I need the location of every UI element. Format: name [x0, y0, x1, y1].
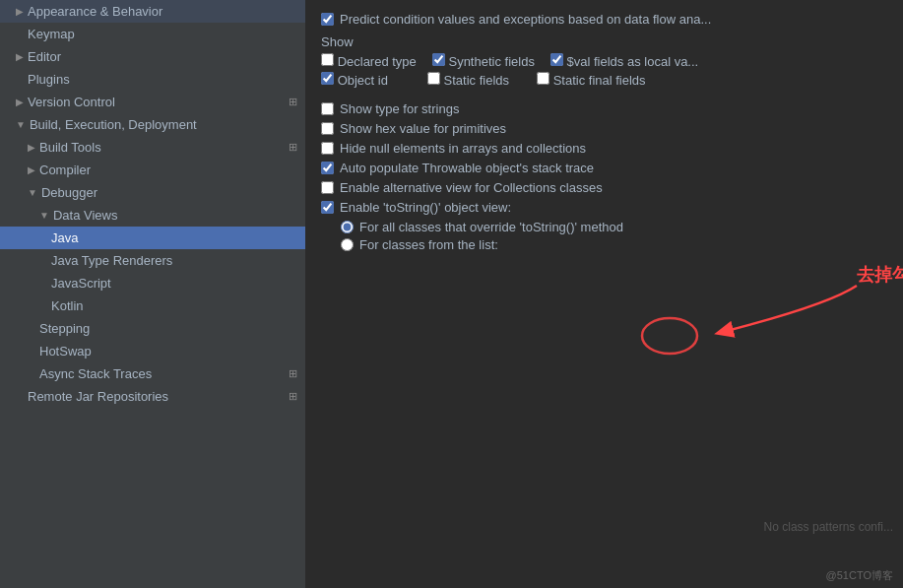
main-content: Predict condition values and exceptions … [305, 0, 903, 588]
show-hex-row: Show hex value for primitives [321, 121, 887, 136]
predict-label: Predict condition values and exceptions … [340, 12, 711, 27]
auto-populate-checkbox[interactable] [321, 162, 334, 174]
sidebar-item-kotlin[interactable]: Kotlin [0, 294, 305, 317]
static-final-fields-label[interactable]: Static final fields [537, 72, 646, 88]
declared-type-checkbox[interactable] [321, 53, 334, 66]
sidebar-item-javascript[interactable]: JavaScript [0, 272, 305, 294]
for-classes-list-text: For classes from the list: [359, 237, 498, 252]
for-classes-list-radio[interactable] [341, 238, 354, 251]
object-id-checkbox[interactable] [321, 72, 334, 85]
sidebar-item-label: Build, Execution, Deployment [30, 117, 197, 132]
synthetic-fields-checkbox[interactable] [432, 53, 445, 66]
enable-alt-view-row: Enable alternative view for Collections … [321, 180, 887, 195]
sidebar-item-label: Java [51, 230, 78, 245]
external-icon: ⊞ [289, 141, 297, 154]
arrow-icon: ▶ [28, 142, 35, 153]
object-id-label[interactable]: Object id [321, 72, 388, 88]
show-hex-text: Show hex value for primitives [340, 121, 506, 136]
hide-null-text: Hide null elements in arrays and collect… [340, 141, 586, 156]
enable-alt-view-checkbox[interactable] [321, 181, 334, 194]
sidebar-item-label: Appearance & Behavior [28, 4, 162, 19]
for-all-classes-text: For all classes that override 'toString(… [359, 220, 623, 234]
sidebar-item-label: Kotlin [51, 298, 84, 313]
auto-populate-text: Auto populate Throwable object's stack t… [340, 161, 594, 175]
predict-row: Predict condition values and exceptions … [321, 12, 887, 27]
arrow-icon: ▶ [16, 51, 24, 62]
sidebar-item-appearance[interactable]: ▶ Appearance & Behavior [0, 0, 305, 23]
sidebar-item-label: HotSwap [39, 344, 92, 359]
static-fields-label[interactable]: Static fields [427, 72, 509, 88]
external-icon: ⊞ [289, 96, 297, 108]
sidebar-item-async-stack-traces[interactable]: Async Stack Traces ⊞ [0, 362, 305, 385]
sidebar-item-keymap[interactable]: Keymap [0, 23, 305, 45]
synthetic-fields-label[interactable]: Synthetic fields [432, 53, 535, 69]
settings-panel: Predict condition values and exceptions … [305, 0, 903, 588]
for-all-classes-radio[interactable] [341, 221, 354, 233]
object-id-text: Object id [338, 73, 388, 88]
sidebar-item-compiler[interactable]: ▶ Compiler [0, 159, 305, 181]
sidebar-item-label: Remote Jar Repositories [28, 389, 168, 404]
sval-fields-text: $val fields as local va... [567, 54, 699, 69]
watermark: @51CTO博客 [826, 568, 893, 583]
arrow-icon: ▶ [28, 164, 35, 175]
sidebar-item-label: Stepping [39, 321, 90, 336]
synthetic-fields-text: Synthetic fields [448, 54, 534, 69]
sidebar-item-editor[interactable]: ▶ Editor [0, 45, 305, 68]
sidebar-item-version-control[interactable]: ▶ Version Control ⊞ [0, 91, 305, 113]
sidebar-item-label: Java Type Renderers [51, 253, 172, 268]
sidebar-item-label: Keymap [28, 27, 75, 41]
static-fields-text: Static fields [444, 73, 509, 88]
predict-checkbox[interactable] [321, 13, 334, 26]
hide-null-checkbox[interactable] [321, 142, 334, 155]
sidebar-item-remote-jar[interactable]: Remote Jar Repositories ⊞ [0, 385, 305, 408]
sval-fields-label[interactable]: $val fields as local va... [550, 53, 698, 69]
sidebar-item-java-type-renderers[interactable]: Java Type Renderers [0, 249, 305, 272]
static-final-fields-checkbox[interactable] [537, 72, 549, 85]
sidebar-item-hotswap[interactable]: HotSwap [0, 340, 305, 362]
sidebar-item-debugger[interactable]: ▼ Debugger [0, 181, 305, 204]
show-type-row: Show type for strings [321, 101, 887, 116]
sidebar-item-label: Async Stack Traces [39, 366, 152, 381]
sidebar-item-label: Editor [28, 49, 61, 64]
sidebar-item-stepping[interactable]: Stepping [0, 317, 305, 340]
show-type-checkbox[interactable] [321, 102, 334, 115]
arrow-icon: ▼ [16, 119, 26, 130]
show-label: Show [321, 34, 887, 49]
sidebar-item-java[interactable]: Java [0, 227, 305, 249]
static-final-fields-text: Static final fields [553, 73, 646, 88]
sval-fields-checkbox[interactable] [550, 53, 563, 66]
show-hex-checkbox[interactable] [321, 122, 334, 135]
declared-type-label[interactable]: Declared type [321, 53, 417, 69]
sidebar-item-plugins[interactable]: Plugins [0, 68, 305, 91]
sidebar: ▶ Appearance & Behavior Keymap ▶ Editor … [0, 0, 305, 588]
sidebar-item-label: Compiler [39, 163, 91, 177]
enable-tostring-text: Enable 'toString()' object view: [340, 200, 511, 215]
no-class-patterns: No class patterns confi... [764, 520, 893, 534]
fields-row-2: Object id Static fields Static final fie… [321, 72, 887, 88]
sidebar-item-build-tools[interactable]: ▶ Build Tools ⊞ [0, 136, 305, 159]
arrow-icon: ▼ [39, 210, 49, 221]
auto-populate-row: Auto populate Throwable object's stack t… [321, 161, 887, 175]
hide-null-row: Hide null elements in arrays and collect… [321, 141, 887, 156]
enable-tostring-checkbox[interactable] [321, 201, 334, 214]
sidebar-item-label: Debugger [41, 185, 97, 200]
external-icon: ⊞ [289, 390, 297, 403]
radio-for-all-classes-row: For all classes that override 'toString(… [341, 220, 887, 234]
arrow-icon: ▶ [16, 6, 24, 17]
external-icon: ⊞ [289, 367, 297, 380]
show-type-text: Show type for strings [340, 101, 459, 116]
fields-row-1: Declared type Synthetic fields $val fiel… [321, 53, 887, 69]
arrow-icon: ▼ [28, 187, 37, 198]
declared-type-text: Declared type [338, 54, 417, 69]
radio-for-classes-list-row: For classes from the list: [341, 237, 887, 252]
sidebar-item-label: Build Tools [39, 140, 101, 155]
static-fields-checkbox[interactable] [427, 72, 440, 85]
sidebar-item-label: Data Views [53, 208, 118, 223]
sidebar-item-data-views[interactable]: ▼ Data Views [0, 204, 305, 227]
sidebar-item-label: Plugins [28, 72, 70, 87]
arrow-icon: ▶ [16, 97, 24, 107]
sidebar-item-build-exec-deploy[interactable]: ▼ Build, Execution, Deployment [0, 113, 305, 136]
sidebar-item-label: JavaScript [51, 276, 111, 291]
sidebar-item-label: Version Control [28, 95, 115, 109]
enable-tostring-row: Enable 'toString()' object view: [321, 200, 887, 215]
